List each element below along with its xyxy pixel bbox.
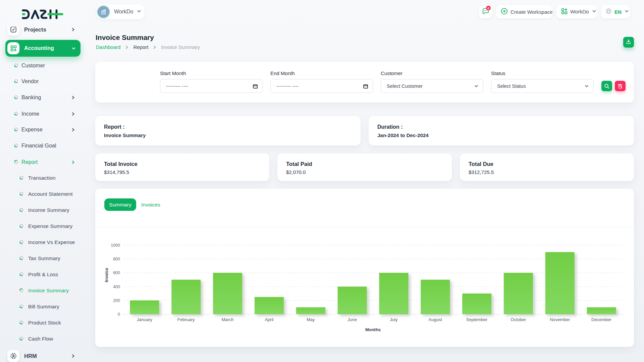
svg-text:January: January [137,317,153,322]
breadcrumb-report[interactable]: Report [133,44,148,50]
bar-august [421,280,450,314]
svg-text:November: November [550,317,570,322]
language-button[interactable]: EN [601,5,630,18]
sidebar-item-expense-summary[interactable]: Expense Summary [0,218,80,234]
svg-text:Invoice: Invoice [104,268,109,282]
bar-november [545,252,575,314]
checkbox-icon [7,27,19,36]
chevron-down-icon [592,9,597,15]
sidebar-item-cash-flow[interactable]: Cash Flow [0,331,80,347]
duration-card: Duration : Jan-2024 to Dec-2024 [369,116,634,145]
bar-april [255,297,284,314]
sidebar-item-profit-loss[interactable]: Profit & Loss [0,266,80,283]
sidebar-item-invoice-summary[interactable]: Invoice Summary [0,283,80,299]
sidebar-item-hrm[interactable]: HRM [0,348,80,362]
invoice-bar-chart: 02004006008001000JanuaryFebruaryMarchApr… [95,227,634,347]
sidebar-item-expense[interactable]: Expense [0,122,80,138]
calendar-icon [363,83,368,89]
sidebar-item-customer[interactable]: Customer [0,58,80,74]
ring-icon [14,95,18,101]
report-label: Report : [104,124,352,130]
app-switcher-button[interactable]: WorkDo [556,5,597,18]
sidebar-item-banking[interactable]: Banking [0,89,80,106]
sidebar-item-bill-summary[interactable]: Bill Summary [0,299,80,315]
download-button[interactable] [623,37,634,48]
ring-icon [19,320,23,326]
sidebar-item-vendor[interactable]: Vendor [0,73,80,89]
bar-march [213,273,242,314]
chevron-down-icon [137,9,142,15]
duration-value: Jan-2024 to Dec-2024 [377,132,625,138]
svg-text:May: May [307,317,315,322]
end-month-input[interactable]: --------- ---- [270,79,373,93]
reset-button[interactable] [615,81,626,91]
chevron-down-icon [584,84,589,88]
bar-june [338,287,367,314]
svg-text:June: June [347,317,357,322]
tab-summary[interactable]: Summary [104,198,136,211]
sidebar-item-transaction[interactable]: Transaction [0,170,80,186]
ring-icon [14,111,18,117]
ring-icon [19,272,23,278]
tab-invoices[interactable]: Invoices [141,202,160,208]
ring-icon [19,175,23,181]
dash-logo[interactable] [20,7,64,19]
ring-icon [19,255,23,261]
sidebar-item-accounting[interactable]: Accounting [5,40,80,57]
tabs: Summary Invoices [104,198,160,211]
chevron-right-icon [124,45,129,50]
duration-label: Duration : [377,124,625,130]
total-paid-card: Total Paid $2,070.0 [277,154,452,181]
sidebar-item-projects[interactable]: Projects [0,27,80,38]
ring-icon [19,239,23,245]
svg-text:400: 400 [113,285,120,289]
sidebar-item-income-vs-expense[interactable]: Income Vs Expense [0,234,80,250]
svg-text:July: July [390,317,398,322]
customer-select[interactable]: Select Customer [381,79,483,93]
sidebar-item-report[interactable]: Report [0,154,80,170]
user-focus-icon [7,350,19,362]
workspace-switcher[interactable]: WorkDo [96,4,145,19]
sidebar-item-product-stock[interactable]: Product Stock [0,315,80,331]
svg-text:March: March [222,317,234,322]
chevron-down-icon [474,84,479,88]
sidebar-item-financial-goal[interactable]: Financial Goal [0,138,80,154]
sidebar: Projects Accounting Customer Vendor Bank… [0,0,87,362]
svg-text:200: 200 [113,298,120,303]
ring-icon [19,288,23,294]
breadcrumb-dashboard[interactable]: Dashboard [96,44,120,50]
chevron-right-icon [71,354,75,358]
workspace-avatar [98,6,109,18]
globe-icon [605,8,612,16]
bar-october [504,273,533,314]
chevron-right-icon [152,45,157,50]
bar-february [171,280,201,314]
status-select[interactable]: Select Status [491,79,594,93]
ring-icon [14,78,18,84]
create-workspace-button[interactable]: Create Workspace [496,5,552,18]
svg-text:Months: Months [365,327,381,332]
bar-september [462,294,491,314]
messages-badge: 0 [486,6,491,10]
ring-icon [14,63,18,69]
start-month-input[interactable]: --------- ---- [160,79,263,93]
plus-circle-icon [501,8,508,16]
report-value: Invoice Summary [104,132,352,138]
filter-label-status: Status [491,70,594,76]
sidebar-item-income[interactable]: Income [0,106,80,122]
svg-text:600: 600 [113,270,120,275]
grid-plus-icon [561,8,568,16]
sidebar-item-income-summary[interactable]: Income Summary [0,202,80,218]
sidebar-item-account-statement[interactable]: Account Statement [0,186,80,202]
sidebar-item-tax-summary[interactable]: Tax Summary [0,250,80,266]
total-due-card: Total Due $312,725.5 [460,154,634,181]
ring-icon [19,191,23,197]
chevron-right-icon [71,95,75,100]
total-invoice-card: Total Invoice $314,795.5 [95,154,269,181]
workspace-name: WorkDo [114,9,133,15]
svg-text:1000: 1000 [111,243,120,248]
filter-label-start-month: Start Month [160,70,263,76]
svg-text:August: August [429,317,442,322]
search-button[interactable] [601,81,612,91]
chevron-right-icon [71,112,75,116]
